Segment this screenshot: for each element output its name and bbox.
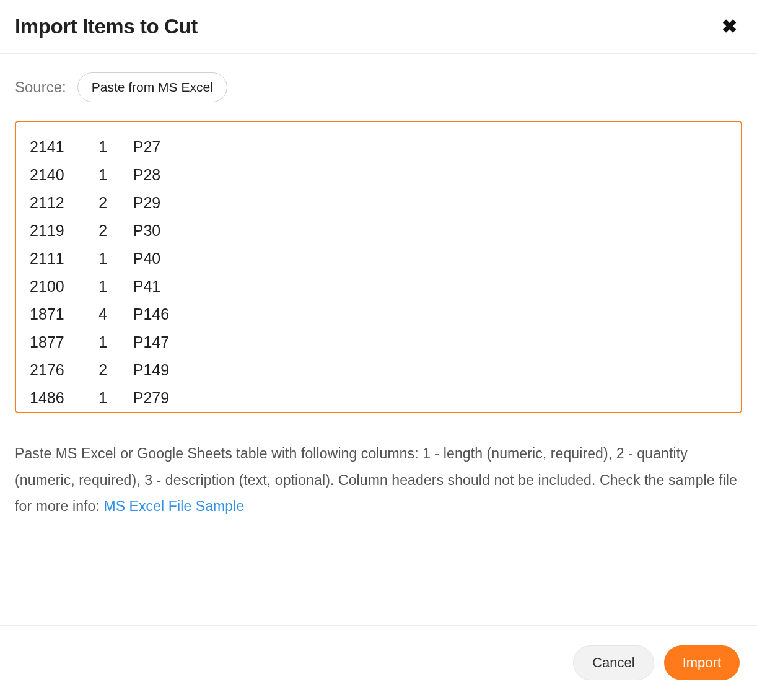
close-icon[interactable]: ✖ xyxy=(719,15,740,38)
dialog-body: Source: Paste from MS Excel Paste MS Exc… xyxy=(0,54,757,625)
source-option-paste-excel[interactable]: Paste from MS Excel xyxy=(77,72,227,102)
sample-file-link[interactable]: MS Excel File Sample xyxy=(103,498,244,514)
source-label: Source: xyxy=(15,79,66,96)
import-dialog: Import Items to Cut ✖ Source: Paste from… xyxy=(0,0,757,700)
paste-textarea[interactable] xyxy=(15,121,742,413)
dialog-title: Import Items to Cut xyxy=(15,15,198,38)
dialog-header: Import Items to Cut ✖ xyxy=(0,0,757,54)
dialog-footer: Cancel Import xyxy=(0,625,757,700)
cancel-button[interactable]: Cancel xyxy=(573,645,654,680)
source-row: Source: Paste from MS Excel xyxy=(15,72,742,102)
import-button[interactable]: Import xyxy=(664,645,740,680)
helper-text: Paste MS Excel or Google Sheets table wi… xyxy=(15,440,742,520)
